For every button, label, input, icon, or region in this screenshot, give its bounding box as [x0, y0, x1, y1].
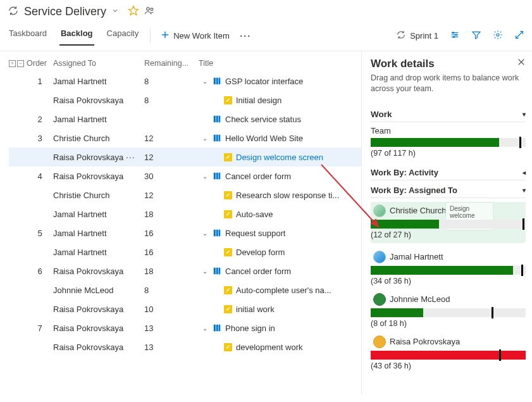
close-button[interactable]: [517, 58, 526, 68]
assigned-cell: Raisa Pokrovskaya: [53, 172, 144, 181]
svg-point-2: [151, 8, 153, 11]
caret-down-icon: ▾: [523, 187, 526, 194]
sprint-label: Sprint 1: [410, 31, 438, 41]
more-actions-button[interactable]: ···: [237, 29, 254, 42]
section-work[interactable]: Work ▾: [371, 106, 526, 122]
table-row[interactable]: Johnnie McLeod8Auto-complete user's na..…: [9, 280, 361, 299]
svg-rect-30: [214, 268, 216, 275]
chevron-down-icon[interactable]: ⌄: [201, 78, 209, 85]
separator: [150, 29, 151, 43]
work-by-assigned-label: Work By: Assigned To: [371, 185, 457, 195]
assignee-block[interactable]: Jamal Hartnett(34 of 36 h): [371, 251, 526, 286]
assignee-name: Raisa Pokrovskaya: [390, 337, 460, 346]
settings-gear-icon[interactable]: [493, 30, 503, 42]
pbi-icon: [213, 323, 221, 332]
avatar: [373, 204, 386, 217]
task-icon: [224, 286, 232, 294]
chevron-down-icon[interactable]: ⌄: [201, 325, 209, 332]
assigned-cell: Jamal Hartnett: [53, 248, 144, 257]
svg-rect-34: [216, 325, 218, 332]
right-toolbar: Sprint 1: [396, 30, 524, 42]
table-row[interactable]: 4Raisa Pokrovskaya30⌄Cancel order form: [9, 166, 361, 185]
section-work-by-activity[interactable]: Work By: Activity ◂: [371, 164, 526, 180]
grid-body: 1Jamal Hartnett8⌄GSP locator interfaceRa…: [9, 72, 361, 356]
sprint-cycle-icon: [8, 5, 19, 18]
table-row[interactable]: Raisa Pokrovskaya ···12Design welcome sc…: [9, 148, 361, 166]
svg-rect-15: [214, 78, 216, 85]
table-row[interactable]: Jamal Hartnett16Develop form: [9, 242, 361, 261]
table-row[interactable]: Raisa Pokrovskaya8Initial design: [9, 91, 361, 110]
team-capacity-bar: [371, 138, 526, 147]
collapse-all-button[interactable]: −: [17, 60, 24, 67]
table-row[interactable]: Jamal Hartnett18Auto-save: [9, 204, 361, 223]
expand-all-button[interactable]: +: [9, 60, 16, 67]
chevron-down-icon[interactable]: ⌄: [201, 173, 209, 180]
tab-backlog[interactable]: Backlog: [59, 26, 94, 46]
order-cell: 6: [27, 267, 53, 276]
capacity-caption: (43 of 36 h): [371, 361, 526, 370]
col-header-title[interactable]: Title: [199, 59, 361, 68]
favorite-star-icon[interactable]: [128, 5, 139, 18]
col-header-order[interactable]: Order: [27, 59, 53, 68]
task-icon: [224, 96, 232, 104]
new-work-item-button[interactable]: New Work Item: [161, 30, 230, 41]
table-row[interactable]: 3Christie Church12⌄Hello World Web Site: [9, 129, 361, 148]
details-title: Work details: [371, 58, 435, 70]
remaining-cell: 12: [144, 134, 199, 143]
assignee-block[interactable]: Johnnie McLeod(8 of 18 h): [371, 293, 526, 328]
assignee-block[interactable]: Christie ChurchDesign welcome screen(12 …: [371, 202, 526, 243]
view-options-icon[interactable]: [450, 30, 460, 42]
pbi-icon: [213, 77, 221, 85]
assigned-cell: Jamal Hartnett: [53, 77, 144, 86]
work-item-title: Auto-save: [236, 210, 273, 219]
chevron-down-icon[interactable]: ⌄: [201, 268, 209, 275]
fullscreen-icon[interactable]: [514, 30, 524, 42]
title-cell: ⌄Cancel order form: [199, 172, 361, 181]
assigned-cell: Johnnie McLeod: [53, 286, 144, 295]
assigned-cell: Jamal Hartnett: [53, 115, 144, 124]
table-row[interactable]: Raisa Pokrovskaya13development work: [9, 337, 361, 356]
assigned-cell: Raisa Pokrovskaya: [53, 267, 144, 276]
work-item-title: Check service status: [225, 115, 301, 124]
assigned-cell: Jamal Hartnett: [53, 210, 144, 219]
svg-rect-16: [216, 78, 218, 85]
order-cell: 2: [27, 115, 53, 124]
assignee-block[interactable]: Raisa Pokrovskaya(43 of 36 h): [371, 336, 526, 370]
avatar: [373, 251, 386, 263]
table-row[interactable]: 1Jamal Hartnett8⌄GSP locator interface: [9, 72, 361, 91]
order-cell: 1: [27, 77, 53, 86]
table-row[interactable]: 6Raisa Pokrovskaya18⌄Cancel order form: [9, 261, 361, 280]
filter-icon[interactable]: [471, 30, 481, 42]
grid-header: + − Order Assigned To Remaining... Title: [9, 56, 361, 72]
task-icon: [224, 343, 232, 351]
assigned-cell: Raisa Pokrovskaya: [53, 96, 144, 105]
chevron-down-icon[interactable]: ⌄: [201, 135, 209, 142]
table-row[interactable]: 5Jamal Hartnett16⌄Request support: [9, 223, 361, 242]
chevron-down-icon[interactable]: [111, 7, 119, 16]
pbi-icon: [213, 115, 221, 123]
pbi-icon: [213, 229, 221, 237]
sprint-cycle-icon: [396, 30, 406, 42]
assignee-name: Christie Church: [390, 206, 447, 215]
col-header-assigned[interactable]: Assigned To: [53, 59, 144, 68]
row-actions-button[interactable]: ···: [126, 152, 135, 162]
table-row[interactable]: 2Jamal HartnettCheck service status: [9, 110, 361, 129]
table-row[interactable]: 7Raisa Pokrovskaya13⌄Phone sign in: [9, 318, 361, 337]
tab-capacity[interactable]: Capacity: [106, 26, 140, 46]
svg-rect-31: [216, 268, 218, 275]
col-header-remaining[interactable]: Remaining...: [144, 59, 199, 68]
team-members-icon[interactable]: [144, 5, 156, 18]
assigned-cell: Raisa Pokrovskaya: [53, 305, 144, 314]
work-item-title: Cancel order form: [225, 267, 291, 276]
table-row[interactable]: Christie Church12Research slow response …: [9, 185, 361, 204]
remaining-cell: 16: [144, 229, 199, 238]
remaining-cell: 13: [144, 323, 199, 333]
table-row[interactable]: Raisa Pokrovskaya10initial work: [9, 299, 361, 318]
assigned-cell: Raisa Pokrovskaya: [53, 342, 144, 352]
svg-rect-32: [219, 268, 221, 275]
sprint-picker[interactable]: Sprint 1: [396, 30, 438, 42]
work-item-title: initial work: [236, 305, 275, 314]
chevron-down-icon[interactable]: ⌄: [201, 230, 209, 237]
tab-taskboard[interactable]: Taskboard: [8, 26, 48, 46]
section-work-by-assigned[interactable]: Work By: Assigned To ▾: [371, 182, 526, 198]
